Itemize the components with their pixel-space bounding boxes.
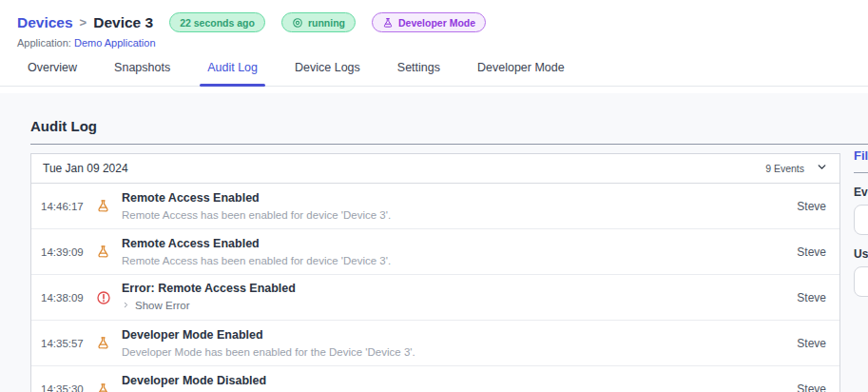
- users-filter-label: Users: [854, 247, 868, 261]
- flask-icon: [96, 245, 113, 259]
- section-title: Audit Log: [30, 118, 868, 134]
- page-header: Devices > Device 3 22 seconds agorunning…: [0, 0, 868, 49]
- application-label: Application:: [17, 37, 71, 49]
- application-row: Application: Demo Application: [17, 37, 868, 49]
- filter-divider: [854, 172, 868, 173]
- event-content: Remote Access EnabledRemote Access has b…: [122, 237, 785, 267]
- event-time: 14:35:30: [41, 383, 96, 392]
- tab-settings[interactable]: Settings: [393, 61, 445, 86]
- event-user: Steve: [797, 291, 826, 304]
- chevron-right-icon: [122, 299, 130, 312]
- page-title: Device 3: [93, 14, 153, 31]
- badge-running: running: [281, 12, 356, 32]
- record-icon: [292, 17, 303, 29]
- event-time: 14:46:17: [41, 201, 96, 212]
- flask-icon: [96, 199, 113, 213]
- tab-snapshots[interactable]: Snapshots: [109, 61, 175, 86]
- chevron-down-icon: [816, 160, 828, 177]
- flask-icon: [96, 336, 113, 350]
- flask-icon: [96, 382, 113, 392]
- table-row: 14:46:17Remote Access EnabledRemote Acce…: [31, 184, 839, 229]
- event-time: 14:35:57: [41, 338, 96, 349]
- table-row: 14:39:09Remote Access EnabledRemote Acce…: [31, 229, 839, 275]
- event-content: Remote Access EnabledRemote Access has b…: [122, 191, 785, 222]
- events-filter-input[interactable]: [854, 205, 868, 235]
- tab-device-logs[interactable]: Device Logs: [290, 61, 365, 86]
- tab-developer-mode[interactable]: Developer Mode: [473, 61, 569, 86]
- event-content: Error: Remote Access EnabledShow Error: [122, 282, 785, 313]
- table-row: 14:35:57Developer Mode EnabledDeveloper …: [31, 321, 839, 366]
- events-filter-label: Events: [854, 186, 868, 199]
- breadcrumb-separator: >: [80, 15, 87, 29]
- flask-icon: [382, 17, 394, 29]
- badge-label: Developer Mode: [398, 17, 475, 29]
- event-content: Developer Mode EnabledDeveloper Mode has…: [122, 328, 785, 359]
- event-subtitle: Remote Access has been enabled for devic…: [122, 208, 785, 222]
- badge-label: running: [308, 17, 345, 29]
- event-user: Steve: [797, 337, 826, 350]
- status-badges: 22 seconds agorunningDeveloper Mode: [169, 12, 486, 32]
- event-title: Developer Mode Enabled: [122, 328, 785, 343]
- event-content: Developer Mode Disabled: [122, 374, 785, 392]
- users-filter-input[interactable]: [854, 266, 868, 297]
- show-error-label: Show Error: [135, 299, 190, 312]
- application-link[interactable]: Demo Application: [74, 37, 156, 49]
- show-error-link[interactable]: Show Error: [122, 299, 190, 312]
- tab-audit-log[interactable]: Audit Log: [203, 61, 262, 86]
- event-title: Remote Access Enabled: [122, 191, 785, 206]
- section-divider: [30, 144, 868, 145]
- breadcrumb-devices-link[interactable]: Devices: [17, 14, 73, 31]
- table-row: 14:35:30Developer Mode DisabledSteve: [31, 366, 839, 392]
- event-title: Developer Mode Disabled: [122, 374, 785, 388]
- badge-22-seconds-ago: 22 seconds ago: [169, 12, 265, 32]
- tab-overview[interactable]: Overview: [23, 61, 82, 86]
- events-collapse-toggle[interactable]: 9 Events: [765, 160, 828, 177]
- content-area: Audit Log Tue Jan 09 2024 9 Events 14:46…: [0, 93, 868, 392]
- date-group-header: Tue Jan 09 2024 9 Events: [31, 154, 839, 184]
- event-time: 14:38:09: [41, 292, 96, 304]
- event-title: Error: Remote Access Enabled: [122, 282, 785, 296]
- error-icon: [96, 290, 113, 305]
- event-subtitle: Developer Mode has been enabled for the …: [122, 345, 785, 359]
- table-row: 14:38:09Error: Remote Access EnabledShow…: [31, 275, 839, 321]
- tab-bar: OverviewSnapshotsAudit LogDevice LogsSet…: [0, 61, 868, 87]
- event-user: Steve: [797, 245, 826, 259]
- event-subtitle: Remote Access has been enabled for devic…: [122, 254, 785, 267]
- filter-title: Filter: [854, 148, 868, 163]
- breadcrumb: Devices > Device 3 22 seconds agorunning…: [17, 12, 868, 32]
- date-label: Tue Jan 09 2024: [43, 162, 128, 175]
- audit-log-table: Tue Jan 09 2024 9 Events 14:46:17Remote …: [30, 153, 840, 392]
- badge-developer-mode: Developer Mode: [372, 12, 486, 32]
- filter-panel: Filter Events Users: [854, 148, 868, 297]
- audit-rows: 14:46:17Remote Access EnabledRemote Acce…: [31, 184, 839, 392]
- event-user: Steve: [797, 382, 826, 392]
- event-title: Remote Access Enabled: [122, 237, 785, 251]
- events-count: 9 Events: [765, 163, 804, 174]
- event-time: 14:39:09: [41, 246, 96, 258]
- badge-label: 22 seconds ago: [180, 17, 255, 29]
- event-user: Steve: [797, 200, 826, 213]
